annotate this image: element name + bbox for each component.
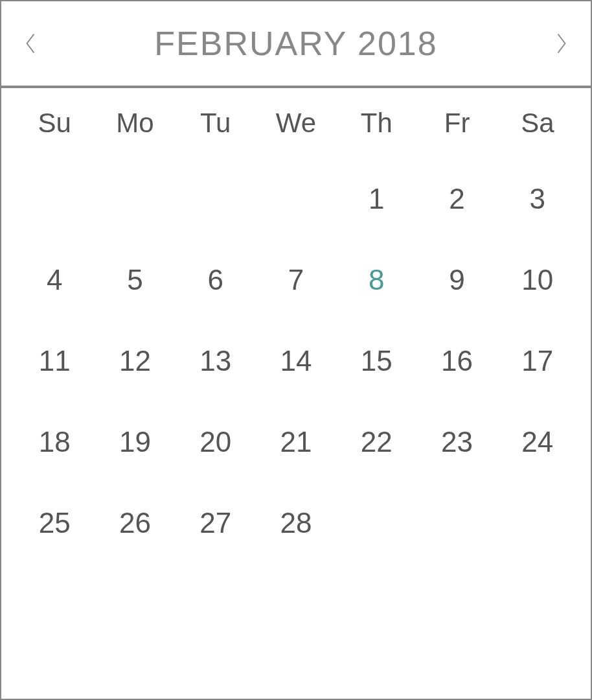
weekday-label: Mo xyxy=(95,108,175,139)
day-cell[interactable]: 20 xyxy=(176,401,256,482)
day-cell[interactable]: 27 xyxy=(176,482,256,563)
day-cell[interactable]: 14 xyxy=(256,320,336,401)
chevron-right-icon xyxy=(554,32,569,55)
calendar: FEBRUARY 2018 Su Mo Tu We Th Fr Sa 12345… xyxy=(0,0,592,700)
weekday-label: Sa xyxy=(497,108,578,139)
day-cell[interactable]: 28 xyxy=(256,482,336,563)
day-cell[interactable]: 17 xyxy=(497,320,578,401)
day-cell[interactable]: 25 xyxy=(14,482,95,563)
day-cell[interactable]: 6 xyxy=(176,239,256,320)
day-cell[interactable]: 19 xyxy=(95,401,175,482)
day-cell[interactable]: 7 xyxy=(256,239,336,320)
day-cell[interactable]: 10 xyxy=(497,239,578,320)
day-cell[interactable]: 21 xyxy=(256,401,336,482)
next-month-button[interactable] xyxy=(549,30,575,56)
day-cell[interactable]: 11 xyxy=(14,320,95,401)
day-cell[interactable]: 15 xyxy=(336,320,416,401)
day-cell[interactable]: 8 xyxy=(336,239,416,320)
prev-month-button[interactable] xyxy=(17,30,43,56)
weekday-label: Th xyxy=(336,108,416,139)
day-cell[interactable]: 22 xyxy=(336,401,416,482)
day-cell[interactable]: 5 xyxy=(95,239,175,320)
month-year-title[interactable]: FEBRUARY 2018 xyxy=(154,24,437,63)
day-cell-empty xyxy=(336,482,416,563)
day-cell[interactable]: 23 xyxy=(416,401,497,482)
days-grid: 1234567891011121314151617181920212223242… xyxy=(14,158,578,563)
day-cell-empty xyxy=(416,482,497,563)
day-cell[interactable]: 1 xyxy=(336,158,416,239)
weekday-label: Tu xyxy=(176,108,256,139)
day-cell[interactable]: 16 xyxy=(416,320,497,401)
day-cell[interactable]: 26 xyxy=(95,482,175,563)
day-cell-empty xyxy=(497,482,578,563)
day-cell-empty xyxy=(95,158,175,239)
day-cell[interactable]: 13 xyxy=(176,320,256,401)
day-cell[interactable]: 12 xyxy=(95,320,175,401)
day-cell[interactable]: 9 xyxy=(416,239,497,320)
calendar-header: FEBRUARY 2018 xyxy=(1,1,591,88)
day-cell[interactable]: 18 xyxy=(14,401,95,482)
day-cell-empty xyxy=(256,158,336,239)
weekday-label: We xyxy=(256,108,336,139)
calendar-body: Su Mo Tu We Th Fr Sa 1234567891011121314… xyxy=(1,88,591,699)
day-cell[interactable]: 2 xyxy=(416,158,497,239)
day-cell[interactable]: 4 xyxy=(14,239,95,320)
weekday-label: Fr xyxy=(416,108,497,139)
day-cell[interactable]: 3 xyxy=(497,158,578,239)
day-cell-empty xyxy=(14,158,95,239)
weekday-row: Su Mo Tu We Th Fr Sa xyxy=(14,108,578,139)
weekday-label: Su xyxy=(14,108,95,139)
chevron-left-icon xyxy=(23,32,38,55)
day-cell-empty xyxy=(176,158,256,239)
day-cell[interactable]: 24 xyxy=(497,401,578,482)
